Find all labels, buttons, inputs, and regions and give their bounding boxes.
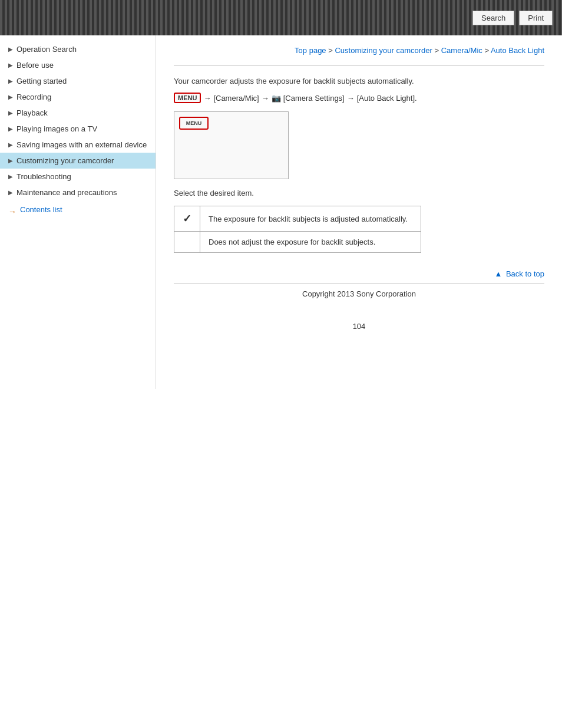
- arrow-icon: ▶: [8, 78, 13, 84]
- arrow-icon: ▶: [8, 189, 13, 196]
- breadcrumb-top-page[interactable]: Top page: [295, 46, 326, 55]
- breadcrumb-camera-mic[interactable]: Camera/Mic: [441, 46, 482, 55]
- arrow-right-icon: [8, 207, 18, 213]
- breadcrumb-separator-3: >: [484, 46, 491, 55]
- intro-text: Your camcorder adjusts the exposure for …: [174, 77, 544, 85]
- nav-camera-mic: [Camera/Mic]: [213, 94, 259, 103]
- sidebar-item-operation-search[interactable]: ▶ Operation Search: [0, 41, 156, 57]
- select-text: Select the desired item.: [174, 189, 544, 197]
- sidebar-item-label: Recording: [16, 93, 51, 101]
- menu-key-image: MENU: [179, 117, 209, 130]
- sidebar-item-playing-images-tv[interactable]: ▶ Playing images on a TV: [0, 121, 156, 137]
- triangle-icon: ▲: [494, 269, 502, 278]
- main-content: Top page > Customizing your camcorder > …: [156, 35, 562, 389]
- contents-list-label: Contents list: [20, 205, 62, 214]
- sidebar-item-label: Maintenance and precautions: [16, 188, 117, 197]
- nav-instruction: MENU → [Camera/Mic] → 📷 [Camera Settings…: [174, 93, 544, 103]
- nav-arrow-1: →: [203, 94, 211, 103]
- table-row: ✓ The exposure for backlit subjects is a…: [174, 206, 421, 232]
- sidebar-item-label: Getting started: [16, 77, 67, 85]
- sidebar-item-label: Operation Search: [16, 45, 77, 54]
- breadcrumb-separator-2: >: [435, 46, 441, 55]
- option-2-text: Does not adjust the exposure for backlit…: [200, 232, 421, 253]
- sidebar: ▶ Operation Search ▶ Before use ▶ Gettin…: [0, 35, 156, 389]
- table-row: Does not adjust the exposure for backlit…: [174, 232, 421, 253]
- option-1-check: ✓: [174, 206, 200, 232]
- option-1-text: The exposure for backlit subjects is adj…: [200, 206, 421, 232]
- copyright: Copyright 2013 Sony Corporation: [174, 289, 544, 310]
- sidebar-item-playback[interactable]: ▶ Playback: [0, 105, 156, 121]
- back-to-top: ▲ Back to top: [174, 265, 544, 281]
- sidebar-item-recording[interactable]: ▶ Recording: [0, 89, 156, 105]
- back-to-top-label: Back to top: [506, 269, 544, 278]
- search-button[interactable]: Search: [472, 11, 514, 25]
- arrow-icon: ▶: [8, 126, 13, 132]
- sidebar-item-before-use[interactable]: ▶ Before use: [0, 57, 156, 73]
- nav-camera-settings: [Camera Settings]: [283, 94, 345, 103]
- contents-list-link[interactable]: Contents list: [0, 200, 156, 219]
- nav-camera-icon: 📷: [272, 94, 281, 103]
- breadcrumb-auto-back-light[interactable]: Auto Back Light: [491, 46, 544, 55]
- sidebar-item-customizing[interactable]: ▶ Customizing your camcorder: [0, 153, 156, 169]
- arrow-icon: ▶: [8, 110, 13, 116]
- sidebar-item-label: Customizing your camcorder: [16, 156, 114, 165]
- arrow-icon: ▶: [8, 173, 13, 180]
- nav-auto-back-light: [Auto Back Light].: [357, 94, 417, 103]
- nav-arrow-3: →: [347, 94, 355, 103]
- sidebar-item-label: Saving images with an external device: [16, 140, 147, 149]
- back-to-top-link[interactable]: ▲ Back to top: [494, 269, 544, 278]
- arrow-icon: ▶: [8, 46, 13, 52]
- top-divider: [174, 65, 544, 66]
- sidebar-item-maintenance[interactable]: ▶ Maintenance and precautions: [0, 185, 156, 200]
- arrow-icon: ▶: [8, 94, 13, 100]
- arrow-icon: ▶: [8, 141, 13, 148]
- breadcrumb: Top page > Customizing your camcorder > …: [174, 41, 544, 62]
- sidebar-item-getting-started[interactable]: ▶ Getting started: [0, 73, 156, 89]
- menu-key: MENU: [174, 93, 201, 103]
- option-2-check: [174, 232, 200, 253]
- options-table: ✓ The exposure for backlit subjects is a…: [174, 206, 421, 253]
- print-button[interactable]: Print: [519, 11, 553, 25]
- sidebar-item-troubleshooting[interactable]: ▶ Troubleshooting: [0, 169, 156, 185]
- sidebar-item-label: Before use: [16, 61, 54, 70]
- sidebar-item-label: Troubleshooting: [16, 172, 71, 181]
- breadcrumb-separator-1: >: [328, 46, 335, 55]
- sidebar-item-saving-images[interactable]: ▶ Saving images with an external device: [0, 137, 156, 153]
- footer-divider: [174, 283, 544, 284]
- sidebar-item-label: Playback: [16, 108, 48, 117]
- menu-screenshot: MENU: [174, 111, 289, 179]
- nav-arrow-2: →: [262, 94, 269, 103]
- breadcrumb-customizing[interactable]: Customizing your camcorder: [335, 46, 432, 55]
- arrow-icon: ▶: [8, 62, 13, 68]
- header-bar: Search Print: [0, 0, 562, 35]
- main-layout: ▶ Operation Search ▶ Before use ▶ Gettin…: [0, 35, 562, 389]
- sidebar-item-label: Playing images on a TV: [16, 124, 97, 133]
- arrow-icon: ▶: [8, 157, 13, 164]
- page-number: 104: [174, 310, 544, 337]
